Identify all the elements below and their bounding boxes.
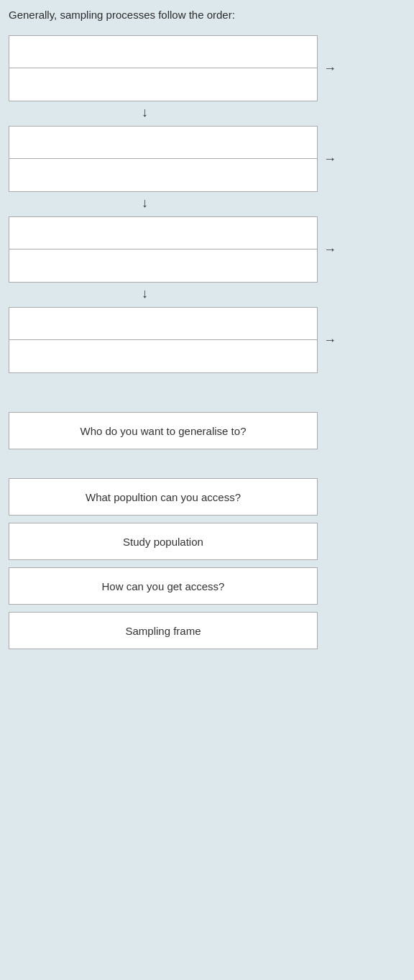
- box-4a: [9, 307, 318, 373]
- box-row-1a: →: [9, 35, 336, 101]
- access-population-box: What popultion can you access?: [9, 478, 318, 516]
- box-3a: [9, 216, 318, 283]
- generalise-box: Who do you want to generalise to?: [9, 412, 318, 449]
- box-row-3a: →: [9, 216, 336, 283]
- flow-group-3: → ↓: [9, 216, 405, 304]
- arrow-right-3: →: [323, 243, 336, 256]
- box-row-4a: →: [9, 307, 336, 373]
- box-1a-top: [9, 35, 318, 101]
- arrow-right-1: →: [323, 62, 336, 75]
- arrow-down-1: ↓: [142, 106, 148, 119]
- arrow-right-4: →: [323, 334, 336, 347]
- box-2a: [9, 126, 318, 192]
- intro-text: Generally, sampling processes follow the…: [9, 7, 405, 22]
- flow-group-1: → ↓: [9, 35, 405, 123]
- arrow-down-2: ↓: [142, 196, 148, 209]
- flow-group-2: → ↓: [9, 126, 405, 214]
- box-row-2a: →: [9, 126, 336, 192]
- flow-group-4: →: [9, 307, 405, 373]
- sampling-frame-box: Sampling frame: [9, 612, 318, 649]
- study-population-box: Study population: [9, 523, 318, 560]
- arrow-down-3: ↓: [142, 287, 148, 300]
- get-access-box: How can you get access?: [9, 567, 318, 605]
- arrow-right-2: →: [323, 152, 336, 165]
